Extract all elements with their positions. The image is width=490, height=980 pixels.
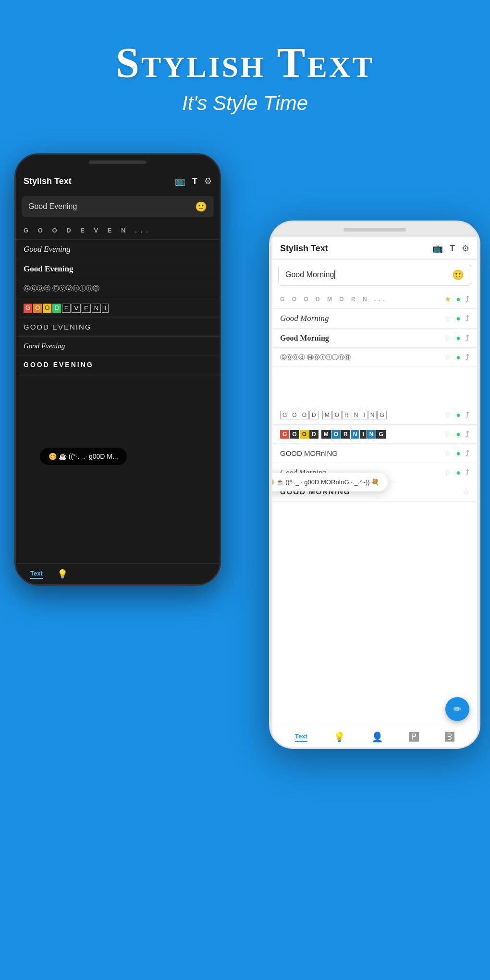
star-icon-8[interactable]: ☆: [444, 468, 451, 477]
whatsapp-icon-1[interactable]: ●: [456, 295, 461, 304]
style-actions-3: ☆ ● ⤴: [444, 333, 469, 343]
style-upper-bold-text: GOOD EVENING: [24, 361, 94, 368]
fab-button[interactable]: ✏: [445, 697, 469, 721]
share-icon-1[interactable]: ⤴: [466, 295, 469, 304]
subtitle: It's Style Time: [0, 92, 490, 115]
whatsapp-icon-4[interactable]: ●: [456, 353, 461, 362]
light-app-bar: Stylish Text 📺 T ⚙: [272, 237, 477, 260]
whatsapp-icon-3[interactable]: ●: [456, 334, 461, 343]
dark-input-text[interactable]: Good Evening: [28, 202, 195, 211]
star-icon-9[interactable]: ☆: [463, 487, 469, 496]
star-icon-5[interactable]: ☆: [444, 410, 451, 419]
light-style-item-script[interactable]: Good Morning ☆ ● ⤴: [272, 309, 477, 329]
whatsapp-icon-7[interactable]: ●: [456, 449, 461, 458]
light-tab-icon-4[interactable]: 🅱: [445, 732, 454, 743]
whatsapp-icon-6[interactable]: ●: [456, 430, 461, 439]
dark-style-item-bubble[interactable]: Ⓖⓞⓞⓓ Ⓔⓥⓔⓝⓘⓝⓖ: [16, 279, 220, 298]
box-i: I: [102, 304, 109, 313]
light-spread-text: G O O D M O R N ...: [280, 296, 444, 303]
light-phone-screen: Stylish Text 📺 T ⚙ Good Morning 🙂 G O O …: [272, 237, 477, 747]
star-icon-2[interactable]: ☆: [444, 314, 451, 323]
dark-phone: Stylish Text 📺 T ⚙ Good Evening 🙂 G O O …: [14, 153, 221, 586]
box-e2: E: [82, 304, 91, 313]
whatsapp-icon-8[interactable]: ●: [456, 468, 461, 477]
light-style-item-bold[interactable]: Good Morning ☆ ● ⤴: [272, 329, 477, 348]
dark-tab-bar: Text 💡: [16, 564, 220, 584]
style-actions-6: ☆ ● ⤴: [444, 429, 469, 439]
dark-tab-text-tab[interactable]: Text: [30, 570, 43, 579]
light-tab-icon-1[interactable]: 💡: [333, 731, 345, 743]
share-icon-6[interactable]: ⤴: [466, 430, 469, 439]
style-bold-serif-text: Good Evening: [24, 264, 73, 273]
share-icon-7[interactable]: ⤴: [466, 449, 469, 458]
light-style-item-bubble[interactable]: Ⓖⓞⓞⓓ Ⓜⓞⓡⓝⓘⓝⓖ ☆ ● ⤴: [272, 348, 477, 367]
dark-phone-notch: [89, 160, 147, 164]
fab-icon: ✏: [453, 703, 462, 715]
whatsapp-icon-2[interactable]: ●: [456, 314, 461, 323]
boxed-letters: G O O D E V E N I: [24, 304, 109, 313]
style-actions-2: ☆ ● ⤴: [444, 314, 469, 323]
light-boxed-colored: G O O D M O R N I N G: [280, 430, 444, 439]
box-o2: O: [43, 304, 51, 313]
light-tv-icon[interactable]: 📺: [432, 243, 443, 254]
light-tooltip-text: 😊 ☕ ((°·._.· g00D MORnInG ·._.°~)) 💐: [272, 478, 379, 486]
box-v: V: [72, 304, 81, 313]
light-boxed-plain: G O O D M O R N I N G: [280, 411, 444, 419]
dark-style-item-script[interactable]: Good Evening: [16, 240, 220, 259]
dark-style-item-upper-bold[interactable]: GOOD EVENING: [16, 355, 220, 374]
dark-style-item-bold-serif[interactable]: Good Evening: [16, 259, 220, 279]
settings-icon[interactable]: ⚙: [204, 176, 212, 186]
light-emoji-icon[interactable]: 🙂: [452, 269, 464, 281]
style-actions-7: ☆ ● ⤴: [444, 449, 469, 458]
box-e: E: [62, 304, 71, 313]
light-style-item-upper-mixed[interactable]: GOOD MORnING ☆ ● ⤴: [272, 444, 477, 463]
dark-style-item-boxed-colored[interactable]: G O O D E V E N I: [16, 298, 220, 318]
light-input-row[interactable]: Good Morning 🙂: [278, 264, 471, 286]
dark-style-item-uppercase[interactable]: GOOD EVENING: [16, 318, 220, 337]
star-icon-3[interactable]: ☆: [444, 333, 451, 343]
style-actions-4: ☆ ● ⤴: [444, 353, 469, 362]
style-actions-8: ☆ ● ⤴: [444, 468, 469, 477]
box-g: G: [24, 304, 32, 313]
star-icon-4[interactable]: ☆: [444, 353, 451, 362]
light-style-item-boxed-colored[interactable]: G O O D M O R N I N G ☆: [272, 425, 477, 444]
dark-style-item-spread[interactable]: G O O D E V E N ...: [16, 221, 220, 240]
dark-emoji-icon[interactable]: 🙂: [195, 201, 207, 212]
light-tab-text[interactable]: Text: [295, 733, 307, 742]
star-icon-6[interactable]: ☆: [444, 429, 451, 439]
light-settings-icon[interactable]: ⚙: [462, 243, 469, 254]
light-font-size-icon[interactable]: T: [450, 244, 455, 254]
dark-style-item-script2[interactable]: Good Evening: [16, 337, 220, 355]
light-input-text[interactable]: Good Morning: [285, 270, 452, 280]
light-upper-mixed-text: GOOD MORnING: [280, 449, 444, 457]
phones-container: Stylish Text 📺 T ⚙ Good Evening 🙂 G O O …: [0, 144, 490, 912]
share-icon-8[interactable]: ⤴: [466, 468, 469, 477]
light-phone: Stylish Text 📺 T ⚙ Good Morning 🙂 G O O …: [269, 220, 480, 749]
light-tab-bar: Text 💡 👤 🅿 🅱: [272, 726, 477, 747]
dark-phone-screen: Stylish Text 📺 T ⚙ Good Evening 🙂 G O O …: [16, 170, 220, 584]
tv-icon[interactable]: 📺: [175, 176, 185, 186]
dark-app-bar: Stylish Text 📺 T ⚙: [16, 170, 220, 192]
font-size-icon[interactable]: T: [192, 176, 197, 186]
light-tab-icon-3[interactable]: 🅿: [409, 732, 419, 743]
style-spread-text: G O O D E V E N ...: [24, 227, 152, 234]
share-icon-5[interactable]: ⤴: [466, 411, 469, 419]
share-icon-3[interactable]: ⤴: [466, 334, 469, 343]
light-phone-notch: [343, 228, 406, 232]
style-script2-text: Good Evening: [24, 342, 65, 350]
dark-style-list: G O O D E V E N ... Good Evening Good Ev…: [16, 221, 220, 374]
light-tab-icon-2[interactable]: 👤: [371, 731, 383, 743]
star-icon-7[interactable]: ☆: [444, 449, 451, 458]
whatsapp-icon-5[interactable]: ●: [456, 411, 461, 419]
header: Stylish Text It's Style Time: [0, 0, 490, 134]
star-icon-1[interactable]: ★: [444, 294, 451, 304]
dark-tooltip: 😊 ☕ ((°·._.· g00D M...: [40, 448, 127, 465]
style-script-text: Good Evening: [24, 245, 71, 254]
dark-input-row[interactable]: Good Evening 🙂: [22, 196, 214, 217]
share-icon-4[interactable]: ⤴: [466, 353, 469, 362]
light-style-item-boxed-plain[interactable]: G O O D M O R N I N G ☆: [272, 405, 477, 425]
light-style-item-spread[interactable]: G O O D M O R N ... ★ ● ⤴: [272, 290, 477, 309]
light-bold-text: Good Morning: [280, 334, 444, 343]
dark-tab-icon-font[interactable]: 💡: [57, 569, 68, 579]
share-icon-2[interactable]: ⤴: [466, 314, 469, 323]
